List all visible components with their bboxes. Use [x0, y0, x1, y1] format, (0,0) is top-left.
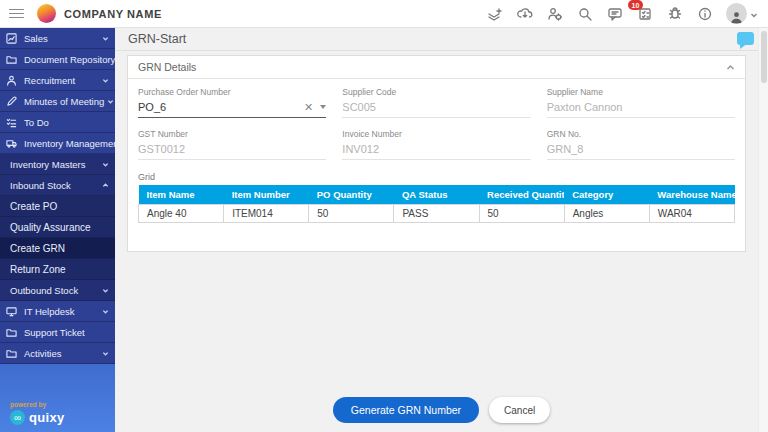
chevron-down-icon: [99, 287, 109, 294]
action-buttons: Generate GRN Number Cancel: [115, 397, 768, 423]
field-value-readonly: Paxton Cannon: [547, 98, 735, 118]
field-label: GST Number: [138, 129, 326, 139]
supplier-code-field: Supplier Code SC005: [342, 87, 530, 118]
column-header: QA Status: [394, 185, 479, 205]
sidebar-item-inventory-management[interactable]: Inventory Management: [0, 133, 115, 154]
folder-icon: [6, 54, 19, 65]
purchase-order-number-combobox[interactable]: PO_6 ✕: [138, 98, 326, 118]
scrollbar-thumb[interactable]: [761, 31, 767, 83]
field-value-readonly: GST0012: [138, 140, 326, 160]
sidebar-item-support-ticket[interactable]: Support Ticket: [0, 322, 115, 343]
user-avatar-menu[interactable]: [726, 3, 758, 24]
table-cell: 50: [479, 205, 564, 223]
column-header: Item Name: [139, 185, 224, 205]
grn-items-table: Item Name Item Number PO Quantity QA Sta…: [138, 185, 735, 223]
info-icon[interactable]: [696, 5, 713, 22]
sidebar-item-label: Quality Assurance: [10, 222, 91, 233]
hamburger-menu-icon[interactable]: [9, 6, 24, 21]
clear-icon[interactable]: ✕: [304, 102, 313, 113]
person-icon: [6, 75, 19, 86]
sidebar-item-recruitment[interactable]: Recruitment: [0, 70, 115, 91]
cloud-download-icon[interactable]: [516, 5, 533, 22]
sidebar-item-minutes-of-meeting[interactable]: Minutes of Meeting: [0, 91, 115, 112]
sidebar-item-create-po[interactable]: Create PO: [0, 196, 115, 217]
field-value-readonly: GRN_8: [547, 140, 735, 160]
powered-by-label: powered by: [10, 401, 64, 408]
sidebar-item-it-helpdesk[interactable]: IT Helpdesk: [0, 301, 115, 322]
purchase-order-number-field: Purchase Order Number PO_6 ✕: [138, 87, 326, 118]
monitor-icon: [6, 306, 19, 317]
gst-number-field: GST Number GST0012: [138, 129, 326, 160]
page-title: GRN-Start: [128, 32, 186, 46]
generate-grn-number-button[interactable]: Generate GRN Number: [333, 397, 479, 423]
bug-report-icon[interactable]: [666, 5, 683, 22]
table-row[interactable]: Angle 40 ITEM014 50 PASS 50 Angles WAR04: [139, 205, 735, 223]
sidebar-item-label: Create GRN: [10, 243, 65, 254]
chevron-down-icon: [104, 98, 114, 105]
chart-icon: [6, 33, 19, 44]
company-logo: [37, 4, 56, 23]
sidebar-item-inbound-stock[interactable]: Inbound Stock: [0, 175, 115, 196]
sidebar-item-label: To Do: [24, 117, 49, 128]
sidebar-item-to-do[interactable]: To Do: [0, 112, 115, 133]
sidebar-item-label: Create PO: [10, 201, 57, 212]
sidebar-item-label: Return Zone: [10, 264, 66, 275]
collapse-chevron-up-icon[interactable]: [726, 63, 735, 72]
grid-label: Grid: [128, 171, 745, 184]
chevron-up-icon: [99, 182, 109, 189]
dropdown-caret-icon[interactable]: [320, 105, 326, 109]
truck-icon: [6, 138, 19, 149]
section-title: GRN Details: [138, 61, 196, 73]
chevron-down-icon: [99, 161, 109, 168]
sidebar-nav: Sales Document Repository Recruitment Mi…: [0, 28, 115, 432]
sidebar-item-label: Inventory Management: [24, 138, 115, 149]
sidebar-footer: powered by ∞ quixy: [10, 401, 64, 425]
user-settings-icon[interactable]: [546, 5, 563, 22]
sidebar-item-label: Outbound Stock: [10, 285, 78, 296]
header-icon-bar: 10: [486, 3, 758, 24]
field-label: GRN No.: [547, 129, 735, 139]
sidebar-item-outbound-stock[interactable]: Outbound Stock: [0, 280, 115, 301]
sidebar-item-label: Sales: [24, 33, 48, 44]
quixy-brand-name: quixy: [29, 410, 64, 425]
chat-icon[interactable]: [606, 5, 623, 22]
sidebar-item-create-grn[interactable]: Create GRN: [0, 238, 115, 259]
vertical-scrollbar[interactable]: [758, 28, 768, 432]
column-header: Item Number: [224, 185, 309, 205]
table-cell: Angle 40: [139, 205, 224, 223]
sidebar-item-quality-assurance[interactable]: Quality Assurance: [0, 217, 115, 238]
field-label: Supplier Name: [547, 87, 735, 97]
notification-badge: 10: [628, 0, 643, 10]
invoice-number-field: Invoice Number INV012: [342, 129, 530, 160]
table-cell: WAR04: [649, 205, 734, 223]
table-cell: 50: [309, 205, 394, 223]
column-header: PO Quantity: [309, 185, 394, 205]
search-icon[interactable]: [576, 5, 593, 22]
field-value-readonly: INV012: [342, 140, 530, 160]
sidebar-item-label: Activities: [24, 348, 61, 359]
column-header: Warehouse Name: [649, 185, 734, 205]
table-cell: ITEM014: [224, 205, 309, 223]
sidebar-item-inventory-masters[interactable]: Inventory Masters: [0, 154, 115, 175]
tasks-survey-icon[interactable]: 10: [636, 5, 653, 22]
field-label: Supplier Code: [342, 87, 530, 97]
quixy-logo-icon: ∞: [10, 410, 25, 425]
page-title-bar: GRN-Start: [115, 28, 768, 51]
grn-no-field: GRN No. GRN_8: [547, 129, 735, 160]
sidebar-item-return-zone[interactable]: Return Zone: [0, 259, 115, 280]
sidebar-item-document-repository[interactable]: Document Repository: [0, 49, 115, 70]
cancel-button[interactable]: Cancel: [489, 397, 550, 423]
folder-icon: [6, 348, 19, 359]
field-label: Purchase Order Number: [138, 87, 326, 97]
sidebar-item-sales[interactable]: Sales: [0, 28, 115, 49]
main-content: GRN-Start GRN Details Purchase Order Num…: [115, 28, 768, 432]
layers-add-icon[interactable]: [486, 5, 503, 22]
chevron-down-icon: [99, 350, 109, 357]
comment-bubble-icon[interactable]: [737, 32, 754, 45]
field-value-readonly: SC005: [342, 98, 530, 118]
company-name: COMPANY NAME: [64, 8, 162, 20]
sidebar-item-activities[interactable]: Activities: [0, 343, 115, 364]
card-header: GRN Details: [128, 56, 745, 79]
sidebar-item-label: Support Ticket: [24, 327, 85, 338]
sidebar-item-label: Document Repository: [24, 54, 115, 65]
